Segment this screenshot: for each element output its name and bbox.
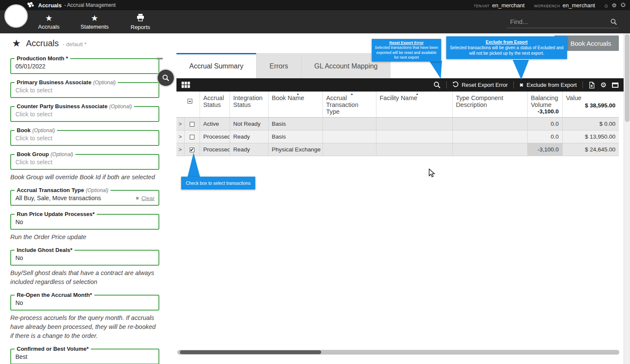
tenant-value: en_merchant: [492, 2, 525, 9]
column-label: Integration Status: [233, 95, 263, 108]
row-expander[interactable]: >: [176, 117, 184, 130]
accrual-transaction-type-field[interactable]: Accrual Transaction Type(Optional) All B…: [10, 190, 159, 206]
column-header-value[interactable]: Value$ 38,595.00: [562, 92, 619, 117]
sidebar-search-button[interactable]: [158, 70, 174, 86]
tab-accrual-summary[interactable]: Accrual Summary: [176, 53, 256, 78]
cell-balancing-volume: 0.0: [527, 117, 562, 130]
include-ghost-deals-field[interactable]: Include Ghost Deals* No: [10, 250, 159, 266]
table-row[interactable]: > Processed Ready Physical Exchange -3,1…: [176, 143, 619, 156]
field-helper-text: Run the Order Price update: [10, 233, 159, 242]
printer-icon: [136, 14, 145, 23]
table-row[interactable]: > Active Not Ready Basis 0.0 $ 0.00: [176, 117, 619, 130]
cell-accrual-status: Active: [200, 117, 230, 130]
find-input[interactable]: [507, 18, 619, 25]
cell-integration-status: Ready: [230, 130, 268, 143]
sort-caret-icon: ▲: [350, 92, 353, 96]
find-box: [507, 15, 619, 28]
nav-item-statements[interactable]: ★ Statements: [81, 14, 109, 30]
chevron-right-icon: >: [179, 146, 182, 153]
row-checkbox[interactable]: [190, 122, 194, 127]
workbench-info: WORKBENCH en_merchant: [534, 2, 595, 9]
nav-bar: ★ Accruals ★ Statements Reports: [0, 10, 630, 33]
home-icon[interactable]: ⌂: [604, 3, 608, 8]
exclude-from-export-button[interactable]: ✖ Exclude from Export: [520, 82, 577, 88]
reset-export-error-button[interactable]: Reset Export Error: [452, 81, 508, 89]
reopen-accrual-month-field[interactable]: Re-Open the Accrual Month* No: [10, 295, 159, 311]
collapse-handle-icon[interactable]: [157, 58, 163, 59]
row-checkbox-checked[interactable]: [190, 148, 194, 152]
book-accruals-label: Book Accruals: [570, 40, 611, 47]
column-header-accrual-transaction-type[interactable]: Accrual Transaction Type▲: [322, 92, 376, 117]
favorite-star-icon[interactable]: ★: [12, 38, 21, 49]
row-expander[interactable]: >: [176, 130, 184, 143]
search-icon[interactable]: [433, 81, 441, 89]
nav-item-reports[interactable]: Reports: [128, 14, 153, 30]
column-header-type-component-description[interactable]: Type Component Description: [452, 92, 527, 117]
column-header-integration-status[interactable]: Integration Status: [230, 92, 268, 117]
power-icon[interactable]: [621, 2, 626, 8]
field-helper-text: Book Group will override Book Id if both…: [10, 173, 159, 182]
cell-accrual-status: Processed: [200, 143, 230, 156]
settings-gear-icon[interactable]: ⚙: [612, 3, 617, 8]
exclude-from-export-label: Exclude from Export: [527, 82, 577, 88]
value-total: $ 38,595.00: [585, 103, 615, 109]
optional-tag: (Optional): [109, 104, 132, 109]
cell-value: $ 13,950.00: [562, 130, 619, 143]
table-row[interactable]: > Processed Ready Basis 0.0 $ 13,950.00: [176, 130, 619, 143]
cell-accrual-transaction-type: [322, 130, 376, 143]
clear-button[interactable]: ✖ Clear: [136, 195, 155, 201]
app-logo-icon: [27, 2, 35, 9]
production-month-value: 05/01/2022: [15, 63, 154, 70]
tenant-info: TENANT en_merchant: [474, 2, 525, 9]
toolbar-divider: [582, 81, 583, 89]
search-icon[interactable]: [610, 18, 617, 27]
field-group-production-month: Production Month * 05/01/2022: [10, 58, 159, 74]
optional-tag: (Optional): [33, 127, 55, 133]
content: Production Month * 05/01/2022 Primary Bu…: [0, 53, 624, 364]
column-header-accrual-status[interactable]: Accrual Status: [200, 92, 230, 117]
x-icon: ✖: [136, 195, 139, 200]
grid-view-icon[interactable]: [182, 82, 190, 88]
clear-label: Clear: [141, 195, 155, 201]
sort-caret-icon: ▲: [416, 92, 419, 96]
reset-export-error-label: Reset Export Error: [462, 82, 508, 88]
field-value: Best: [15, 353, 154, 361]
column-header-facility-name[interactable]: Facility Name▲: [376, 92, 452, 117]
select-all-checkbox[interactable]: [188, 99, 192, 104]
field-group-accrual-transaction-type: Accrual Transaction Type(Optional) All B…: [10, 190, 159, 206]
run-price-update-field[interactable]: Run Price Update Processes* No: [10, 214, 159, 230]
book-group-field[interactable]: Book Group(Optional) Click to select: [10, 154, 159, 170]
field-group-primary-ba: Primary Business Associate(Optional) Cli…: [10, 82, 159, 98]
confirmed-or-best-volume-field[interactable]: Confirmed or Best Volume* Best: [10, 349, 159, 364]
user-avatar[interactable]: [4, 4, 28, 28]
balancing-volume-total: -3,100.0: [537, 109, 559, 115]
field-label: Production Month *: [17, 55, 68, 62]
tooltip-check-box: Check box to select transactions: [181, 177, 255, 189]
horizontal-scrollbar-thumb[interactable]: [180, 350, 321, 354]
column-header-balancing-volume[interactable]: Balancing Volume-3,100.0: [527, 92, 562, 117]
export-excel-icon[interactable]: [588, 82, 595, 89]
nav-item-accruals[interactable]: ★ Accruals: [36, 14, 62, 30]
vertical-scrollbar[interactable]: [624, 33, 630, 364]
tooltip-exclude-from-export: Exclude from Export Selected transaction…: [446, 36, 567, 59]
row-checkbox[interactable]: [190, 135, 194, 139]
tooltip-title: Exclude from Export: [450, 39, 564, 45]
field-placeholder: Click to select: [15, 111, 154, 118]
tab-errors[interactable]: Errors: [256, 53, 301, 78]
horizontal-scrollbar[interactable]: [177, 350, 619, 355]
maximize-window-icon[interactable]: [612, 83, 618, 88]
cell-book-name: Basis: [268, 117, 322, 130]
cell-integration-status: Ready: [230, 143, 268, 156]
toolbar-divider: [446, 81, 447, 89]
book-field[interactable]: Book(Optional) Click to select: [10, 130, 159, 146]
cell-value: $ 0.00: [562, 117, 619, 130]
primary-business-associate-field[interactable]: Primary Business Associate(Optional) Cli…: [10, 82, 159, 98]
column-label: Facility Name: [380, 95, 418, 101]
grid-settings-gear-icon[interactable]: ⚙: [600, 82, 606, 89]
page-title: Accruals: [26, 38, 59, 48]
column-header-book-name[interactable]: Book Name▲: [268, 92, 322, 117]
production-month-field[interactable]: Production Month * 05/01/2022: [10, 58, 159, 74]
row-expander[interactable]: >: [176, 143, 184, 156]
vertical-scrollbar-thumb[interactable]: [625, 34, 630, 122]
counter-party-business-associate-field[interactable]: Counter Party Business Associate(Optiona…: [10, 106, 159, 122]
